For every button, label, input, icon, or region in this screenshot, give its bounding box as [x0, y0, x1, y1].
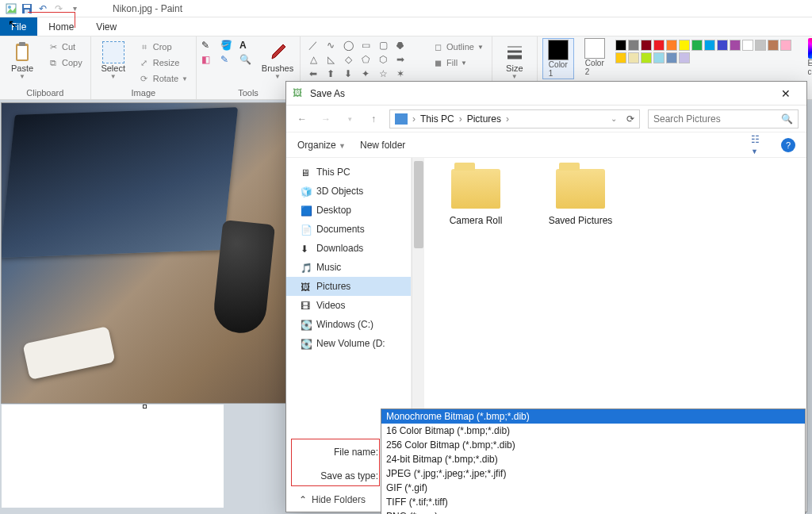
color-swatch[interactable]	[679, 40, 690, 51]
copy-button[interactable]: ⧉Copy	[44, 56, 86, 70]
shape-star5-icon[interactable]: ☆	[377, 68, 389, 79]
fill-icon[interactable]: 🪣	[220, 40, 236, 51]
color-swatch[interactable]	[691, 40, 703, 51]
color-swatch[interactable]	[666, 40, 677, 51]
view-button[interactable]: ☷ ▼	[751, 134, 767, 156]
shape-star4-icon[interactable]: ✦	[359, 68, 372, 79]
color-swatch[interactable]	[615, 40, 626, 51]
shape-rect-icon[interactable]: ▭	[359, 40, 372, 51]
color-swatch[interactable]	[641, 40, 652, 51]
color1-button[interactable]: Color 1	[542, 38, 574, 79]
shape-rtri-icon[interactable]: ◺	[324, 54, 337, 65]
shape-hex-icon[interactable]: ⬡	[377, 54, 389, 65]
picker-icon[interactable]: ✎	[220, 54, 236, 65]
resize-handle[interactable]	[143, 405, 147, 409]
shape-line-icon[interactable]: ／	[307, 40, 320, 51]
close-button[interactable]: ✕	[772, 87, 800, 100]
savetype-option[interactable]: 16 Color Bitmap (*.bmp;*.dib)	[381, 424, 805, 438]
savetype-option[interactable]: 256 Color Bitmap (*.bmp;*.dib)	[381, 438, 805, 452]
tree-node[interactable]: 🎞Videos	[286, 296, 411, 315]
shape-arrowl-icon[interactable]: ⬅	[307, 68, 320, 79]
color-swatch[interactable]	[653, 40, 665, 51]
color-swatch[interactable]	[780, 40, 791, 51]
color-palette[interactable]	[615, 38, 798, 63]
shape-arrowu-icon[interactable]: ⬆	[324, 68, 337, 79]
tree-node[interactable]: 🟦Desktop	[286, 201, 411, 220]
breadcrumb[interactable]: › This PC › Pictures › ⌄ ⟳	[389, 109, 640, 128]
text-icon[interactable]: A	[239, 40, 255, 51]
refresh-icon[interactable]: ⟳	[626, 113, 634, 125]
shape-poly-icon[interactable]: ⯂	[394, 40, 407, 51]
search-input[interactable]	[653, 113, 781, 125]
folder-item[interactable]: Camera Roll	[440, 169, 511, 226]
undo-icon[interactable]: ↶	[36, 2, 49, 15]
back-button[interactable]: ←	[294, 113, 310, 125]
file-list[interactable]: Camera RollSaved Pictures	[424, 158, 806, 440]
select-button[interactable]: Select ▼	[96, 38, 131, 82]
size-button[interactable]: Size ▼	[497, 38, 532, 82]
tree-node[interactable]: 🎵Music	[286, 258, 411, 277]
tree-node[interactable]: 💽New Volume (D:	[286, 334, 411, 353]
savetype-option[interactable]: 24-bit Bitmap (*.bmp;*.dib)	[381, 452, 805, 466]
color-swatch[interactable]	[641, 52, 652, 63]
recent-button[interactable]: ▾	[342, 115, 358, 123]
redo-icon[interactable]: ↷	[52, 2, 65, 15]
tree-node[interactable]: 📄Documents	[286, 220, 411, 239]
shape-arrowd-icon[interactable]: ⬇	[342, 68, 354, 79]
organize-button[interactable]: Organize ▼	[297, 140, 346, 151]
nav-tree[interactable]: 🖥This PC🧊3D Objects🟦Desktop📄Documents⬇Do…	[286, 158, 412, 440]
color-swatch[interactable]	[666, 52, 677, 63]
zoom-icon[interactable]: 🔍	[239, 54, 255, 65]
savetype-dropdown[interactable]: Monochrome Bitmap (*.bmp;*.dib)16 Color …	[381, 409, 806, 514]
save-icon[interactable]	[21, 2, 33, 15]
shape-oval-icon[interactable]: ◯	[342, 40, 354, 51]
cut-button[interactable]: ✂Cut	[44, 40, 86, 54]
color-swatch[interactable]	[768, 40, 779, 51]
chevron-down-icon[interactable]: ⌄	[611, 114, 617, 123]
new-folder-button[interactable]: New folder	[360, 140, 405, 151]
tree-scrollbar[interactable]	[412, 158, 424, 440]
resize-button[interactable]: ⤢Resize	[136, 56, 191, 70]
forward-button[interactable]: →	[318, 113, 334, 125]
folder-item[interactable]: Saved Pictures	[545, 169, 616, 226]
tree-node[interactable]: 💽Windows (C:)	[286, 315, 411, 334]
qat-more-icon[interactable]: ▾	[68, 2, 81, 15]
color-swatch[interactable]	[755, 40, 766, 51]
savetype-option[interactable]: GIF (*.gif)	[381, 481, 805, 495]
color-swatch[interactable]	[717, 40, 728, 51]
help-button[interactable]: ?	[781, 138, 795, 152]
fill-button[interactable]: ◼Fill ▼	[429, 56, 487, 70]
color-swatch[interactable]	[704, 40, 715, 51]
paste-button[interactable]: Paste ▼	[5, 38, 40, 82]
shapes-gallery[interactable]: ／ ∿ ◯ ▭ ▢ ⯂ △ ◺ ◇ ⬠ ⬡ ➡ ⬅ ⬆ ⬇ ✦ ☆ ✶ ☁ ♡	[305, 38, 424, 82]
search-box[interactable]: 🔍	[648, 109, 799, 128]
shape-star6-icon[interactable]: ✶	[394, 68, 407, 79]
tree-node[interactable]: ⬇Downloads	[286, 239, 411, 258]
crop-button[interactable]: ⌗Crop	[136, 40, 191, 54]
savetype-option[interactable]: Monochrome Bitmap (*.bmp;*.dib)	[381, 409, 805, 424]
shape-arrowr-icon[interactable]: ➡	[394, 54, 407, 65]
rotate-button[interactable]: ⟳Rotate ▼	[136, 71, 191, 86]
color-swatch[interactable]	[679, 52, 690, 63]
tree-node[interactable]: 🧊3D Objects	[286, 182, 411, 201]
savetype-option[interactable]: TIFF (*.tif;*.tiff)	[381, 495, 805, 509]
edit-colors-button[interactable]: Edit colors	[802, 38, 812, 76]
color-swatch[interactable]	[730, 40, 741, 51]
shape-roundrect-icon[interactable]: ▢	[377, 40, 389, 51]
pencil-icon[interactable]: ✎	[201, 40, 217, 51]
color-swatch[interactable]	[653, 52, 665, 63]
tab-view[interactable]: View	[85, 17, 128, 36]
shape-diamond-icon[interactable]: ◇	[342, 54, 354, 65]
savetype-option[interactable]: PNG (*.png)	[381, 509, 805, 514]
shape-curve-icon[interactable]: ∿	[324, 40, 337, 51]
color-swatch[interactable]	[615, 52, 626, 63]
tree-node[interactable]: 🖼Pictures	[286, 277, 411, 296]
color2-button[interactable]: Color 2	[579, 38, 611, 76]
color-swatch[interactable]	[742, 40, 753, 51]
tab-home[interactable]: Home	[37, 17, 85, 36]
brushes-button[interactable]: Brushes ▼	[260, 38, 295, 82]
up-button[interactable]: ↑	[366, 113, 381, 125]
shape-tri-icon[interactable]: △	[307, 54, 320, 65]
outline-button[interactable]: ◻Outline ▼	[429, 40, 487, 54]
shape-pent-icon[interactable]: ⬠	[359, 54, 372, 65]
